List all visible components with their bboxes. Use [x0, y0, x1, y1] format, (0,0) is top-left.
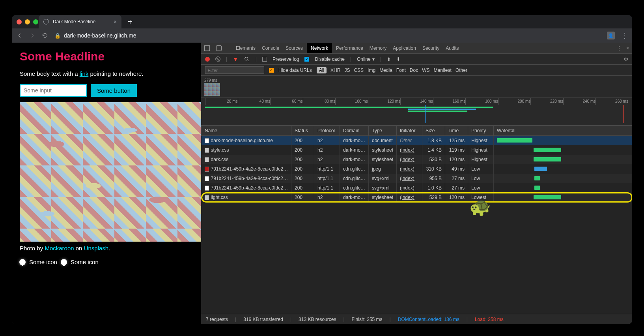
- filter-css[interactable]: CSS: [354, 68, 364, 73]
- filter-other[interactable]: Other: [455, 68, 467, 73]
- filter-media[interactable]: Media: [379, 68, 392, 73]
- column-header[interactable]: Type: [369, 126, 397, 136]
- filter-font[interactable]: Font: [396, 68, 406, 73]
- icons-row: Some icon Some icon: [20, 259, 193, 265]
- tab-network[interactable]: Network: [307, 43, 332, 53]
- disable-cache-checkbox[interactable]: ✓: [304, 57, 309, 62]
- column-header[interactable]: Waterfall: [494, 126, 592, 136]
- table-row[interactable]: style.css200h2dark-mo…stylesheet(index)1…: [202, 145, 592, 155]
- cell-initiator[interactable]: (index): [397, 164, 422, 174]
- chevron-down-icon: ▾: [372, 56, 375, 62]
- cell-time: 120 ms: [445, 193, 468, 202]
- inspect-icon[interactable]: [204, 45, 210, 51]
- cell-initiator[interactable]: (index): [397, 155, 422, 164]
- clear-icon[interactable]: [214, 55, 221, 62]
- bulb-icon: [61, 259, 67, 265]
- hero-image: [20, 102, 203, 242]
- search-icon[interactable]: [244, 56, 250, 62]
- device-icon[interactable]: [216, 45, 222, 51]
- tab-security[interactable]: Security: [422, 45, 439, 51]
- network-table[interactable]: NameStatusProtocolDomainTypeInitiatorSiz…: [201, 126, 592, 308]
- tab-audits[interactable]: Audits: [446, 45, 459, 51]
- new-tab-button[interactable]: +: [128, 17, 133, 26]
- cell-protocol: h2: [314, 145, 340, 155]
- minimize-icon[interactable]: [25, 19, 30, 24]
- filter-img[interactable]: Img: [368, 68, 375, 73]
- upload-icon[interactable]: ⬆: [387, 56, 391, 62]
- cell-initiator[interactable]: (index): [397, 174, 422, 183]
- cell-protocol: http/1.1: [314, 183, 340, 193]
- reload-icon[interactable]: [42, 32, 48, 39]
- file-icon: [205, 148, 209, 153]
- hide-data-urls-checkbox[interactable]: ✓: [269, 68, 274, 73]
- cell-priority: Highest: [468, 136, 494, 146]
- cell-time: 119 ms: [445, 145, 468, 155]
- cell-status: 200: [291, 145, 314, 155]
- filter-js[interactable]: JS: [344, 68, 350, 73]
- cell-initiator[interactable]: Other: [397, 136, 422, 146]
- cell-protocol: h2: [314, 193, 340, 202]
- column-header[interactable]: Time: [445, 126, 468, 136]
- table-row[interactable]: dark.css200h2dark-mo…stylesheet(index)53…: [202, 155, 592, 164]
- column-header[interactable]: Initiator: [397, 126, 422, 136]
- cell-waterfall: [494, 164, 592, 174]
- filter-manifest[interactable]: Manifest: [434, 68, 452, 73]
- column-header[interactable]: Protocol: [314, 126, 340, 136]
- column-header[interactable]: Name: [202, 126, 291, 136]
- column-header[interactable]: Size: [422, 126, 445, 136]
- table-row[interactable]: light.css200h2dark-mo…stylesheet(index)5…: [202, 193, 592, 202]
- browser-tab[interactable]: Dark Mode Baseline ×: [39, 15, 121, 28]
- close-icon[interactable]: [17, 19, 22, 24]
- overview-duration: 279 ms: [204, 78, 217, 83]
- column-header[interactable]: Priority: [468, 126, 494, 136]
- column-header[interactable]: Status: [291, 126, 314, 136]
- table-row[interactable]: 791b2241-459b-4a2e-8cca-c0fdc2…200http/1…: [202, 174, 592, 183]
- table-row[interactable]: 791b2241-459b-4a2e-8cca-c0fdc2…200http/1…: [202, 164, 592, 174]
- cell-waterfall: [494, 145, 592, 155]
- tab-sources[interactable]: Sources: [286, 45, 303, 51]
- tab-performance[interactable]: Performance: [336, 45, 363, 51]
- page-headline: Some Headline: [20, 50, 193, 63]
- cell-initiator[interactable]: (index): [397, 193, 422, 202]
- filter-all[interactable]: All: [317, 67, 327, 73]
- table-row[interactable]: dark-mode-baseline.glitch.me200h2dark-mo…: [202, 136, 592, 146]
- tab-application[interactable]: Application: [393, 45, 416, 51]
- tab-memory[interactable]: Memory: [370, 45, 386, 51]
- filter-ws[interactable]: WS: [422, 68, 429, 73]
- forward-icon[interactable]: [29, 32, 35, 39]
- filter-icon[interactable]: ▼: [233, 56, 238, 62]
- ruler-tick: 80 ms: [303, 98, 336, 105]
- table-row[interactable]: 791b2241-459b-4a2e-8cca-c0fdc2…200http/1…: [202, 183, 592, 193]
- waterfall-ruler[interactable]: 20 ms40 ms60 ms80 ms100 ms120 ms140 ms16…: [201, 98, 592, 126]
- filter-xhr[interactable]: XHR: [330, 68, 340, 73]
- submit-button[interactable]: Some button: [91, 84, 137, 97]
- cell-time: 120 ms: [445, 155, 468, 164]
- url-field[interactable]: 🔒 dark-mode-baseline.glitch.me: [54, 32, 592, 39]
- tab-console[interactable]: Console: [262, 45, 279, 51]
- back-icon[interactable]: [17, 32, 23, 39]
- preserve-log-checkbox[interactable]: [262, 57, 267, 62]
- download-icon[interactable]: ⬇: [396, 56, 400, 62]
- cell-time: 125 ms: [445, 136, 468, 146]
- column-header[interactable]: Domain: [340, 126, 368, 136]
- credit-author-link[interactable]: Mockaroon: [45, 245, 74, 252]
- cell-domain: cdn.glitc…: [340, 174, 368, 183]
- icon-label: Some icon: [29, 259, 57, 265]
- maximize-icon[interactable]: [33, 19, 38, 24]
- text-input[interactable]: [20, 84, 87, 97]
- filter-input[interactable]: [205, 66, 264, 74]
- tab-title: Dark Mode Baseline: [53, 19, 95, 24]
- record-icon[interactable]: [205, 57, 210, 62]
- cell-initiator[interactable]: (index): [397, 145, 422, 155]
- filter-doc[interactable]: Doc: [410, 68, 418, 73]
- cell-initiator[interactable]: (index): [397, 183, 422, 193]
- credit-site-link[interactable]: Unsplash: [84, 245, 109, 252]
- credit-text: Photo by: [20, 245, 45, 252]
- overview-timeline[interactable]: 279 ms: [201, 76, 592, 98]
- tab-close-icon[interactable]: ×: [114, 19, 117, 25]
- body-link[interactable]: link: [80, 70, 89, 77]
- tab-elements[interactable]: Elements: [236, 45, 256, 51]
- throttling-select[interactable]: Online ▾: [357, 56, 375, 62]
- titlebar: Dark Mode Baseline × +: [12, 15, 592, 28]
- cell-size: 529 B: [422, 193, 445, 202]
